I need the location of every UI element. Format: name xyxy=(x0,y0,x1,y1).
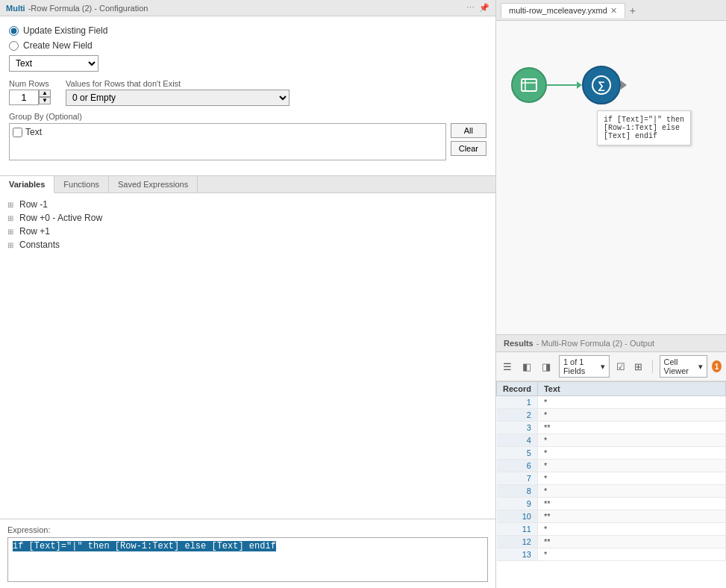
expression-label: Expression: xyxy=(7,525,488,534)
table-row: 10 ** xyxy=(497,510,726,523)
check-icon-btn[interactable]: ☑ xyxy=(614,358,628,375)
table-row: 13 * xyxy=(497,548,726,561)
create-new-radio[interactable] xyxy=(9,41,19,51)
record-num: 6 xyxy=(497,460,538,472)
values-label: Values for Rows that don't Exist xyxy=(66,79,486,88)
record-text: * xyxy=(537,523,725,536)
record-num: 4 xyxy=(497,434,538,447)
record-num: 3 xyxy=(497,422,538,434)
expression-section: Expression: if [Text]="|" then [Row-1:Te… xyxy=(0,519,495,588)
clear-button[interactable]: Clear xyxy=(451,141,486,156)
fields-count: 1 of 1 Fields xyxy=(563,357,598,375)
tree-label-row-plus1: Row +1 xyxy=(19,226,50,237)
update-existing-radio[interactable] xyxy=(9,26,19,36)
table-row: 6 * xyxy=(497,460,726,472)
num-rows-input[interactable]: 1 xyxy=(9,90,39,105)
record-text: * xyxy=(537,434,725,447)
record-num: 9 xyxy=(497,498,538,510)
spinner-up[interactable]: ▲ xyxy=(39,90,51,97)
fields-dropdown[interactable]: 1 of 1 Fields ▾ xyxy=(559,355,610,378)
update-existing-label: Update Existing Field xyxy=(23,25,107,36)
record-text: * xyxy=(537,485,725,498)
tree-label-row-active: Row +0 - Active Row xyxy=(19,213,102,223)
num-rows-label: Num Rows xyxy=(9,79,51,88)
add-tab-button[interactable]: + xyxy=(625,3,640,18)
record-num: 5 xyxy=(497,447,538,460)
num-rows-section: Num Rows 1 ▲ ▼ Values for Rows that don'… xyxy=(9,79,486,106)
sidebar-right-icon[interactable]: ◨ xyxy=(538,358,554,375)
node-tooltip: if [Text]="|" then [Row-1:Text] else [Te… xyxy=(597,110,691,146)
results-header: Results - Multi-Row Formula (2) - Output xyxy=(496,335,726,352)
col-record: Record xyxy=(497,382,538,396)
menu-icon-btn[interactable]: ☰ xyxy=(501,358,514,375)
create-new-label: Create New Field xyxy=(23,40,93,51)
svg-text:∑: ∑ xyxy=(598,79,605,92)
title-multi: Multi xyxy=(6,4,25,13)
group-by-label: Group By (Optional) xyxy=(9,112,486,121)
record-num: 13 xyxy=(497,548,538,561)
group-by-section: Group By (Optional) Text All Clear xyxy=(9,112,486,160)
table-row: 11 * xyxy=(497,523,726,536)
record-text: * xyxy=(537,460,725,472)
group-by-checkbox[interactable] xyxy=(13,128,22,137)
record-num: 8 xyxy=(497,485,538,498)
record-text: ** xyxy=(537,536,725,548)
input-node-icon xyxy=(511,67,547,103)
tree-item-row-plus1[interactable]: ⊞ Row +1 xyxy=(4,225,491,238)
values-dropdown[interactable]: 0 or EmptyNullEmpty String xyxy=(66,90,290,106)
record-num: 12 xyxy=(497,536,538,548)
viewer-dropdown-arrow: ▾ xyxy=(698,362,703,372)
table-row: 3 ** xyxy=(497,422,726,434)
tree-item-row-minus1[interactable]: ⊞ Row -1 xyxy=(4,198,491,211)
formula-node[interactable]: ∑ if [Text]="|" then [Row-1:Text] else [… xyxy=(582,66,621,104)
spinner-down[interactable]: ▼ xyxy=(39,97,51,104)
fields-dropdown-arrow: ▾ xyxy=(601,362,605,372)
tree-item-row-active[interactable]: ⊞ Row +0 - Active Row xyxy=(4,211,491,225)
sidebar-left-icon[interactable]: ◧ xyxy=(519,358,535,375)
record-num: 2 xyxy=(497,409,538,422)
col-text: Text xyxy=(537,382,725,396)
tree-label-row-minus1: Row -1 xyxy=(19,199,48,210)
title-bar: Multi -Row Formula (2) - Configuration ⋯… xyxy=(0,0,495,16)
input-node[interactable] xyxy=(511,67,547,103)
all-button[interactable]: All xyxy=(451,123,486,138)
orange-badge: 1 xyxy=(712,360,722,372)
tab-saved-expressions[interactable]: Saved Expressions xyxy=(109,176,198,193)
table-icon-btn[interactable]: ⊞ xyxy=(632,358,645,375)
field-select-row: Text xyxy=(9,55,486,72)
tab-variables[interactable]: Variables xyxy=(0,176,54,193)
file-tab-name: multi-row_mceleavey.yxmd xyxy=(509,6,607,15)
record-text: ** xyxy=(537,498,725,510)
record-text: ** xyxy=(537,510,725,523)
file-tab-bar: multi-row_mceleavey.yxmd ✕ + xyxy=(496,0,726,21)
record-num: 1 xyxy=(497,396,538,409)
tree-item-constants[interactable]: ⊞ Constants xyxy=(4,238,491,251)
tree-label-constants: Constants xyxy=(19,240,60,250)
title-rest: -Row Formula (2) - Configuration xyxy=(28,4,148,13)
results-title: Results xyxy=(504,339,533,348)
create-new-row: Create New Field xyxy=(9,40,486,51)
record-text: * xyxy=(537,396,725,409)
record-text: ** xyxy=(537,422,725,434)
canvas-area: ∑ if [Text]="|" then [Row-1:Text] else [… xyxy=(496,21,726,334)
expander-row-active: ⊞ xyxy=(7,214,16,222)
ellipsis-icon[interactable]: ⋯ xyxy=(466,3,475,13)
tree-panel: ⊞ Row -1 ⊞ Row +0 - Active Row ⊞ Row +1 … xyxy=(0,193,495,387)
table-row: 5 * xyxy=(497,447,726,460)
table-row: 7 * xyxy=(497,472,726,485)
group-by-list: Text xyxy=(9,123,446,160)
table-row: 12 ** xyxy=(497,536,726,548)
record-num: 10 xyxy=(497,510,538,523)
results-table: Record Text 1 * 2 * 3 ** 4 * 5 * 6 * xyxy=(496,381,726,588)
file-tab[interactable]: multi-row_mceleavey.yxmd ✕ xyxy=(501,3,625,18)
results-toolbar: ☰ ◧ ◨ 1 of 1 Fields ▾ ☑ ⊞ Cell Viewer ▾ xyxy=(496,352,726,381)
expression-box[interactable]: if [Text]="|" then [Row-1:Text] else [Te… xyxy=(7,537,488,582)
record-num: 11 xyxy=(497,523,538,536)
expression-selected-text: if [Text]="|" then [Row-1:Text] else [Te… xyxy=(13,541,276,551)
svg-rect-0 xyxy=(522,79,536,91)
viewer-dropdown[interactable]: Cell Viewer ▾ xyxy=(660,355,707,378)
field-select[interactable]: Text xyxy=(9,55,98,72)
close-icon[interactable]: ✕ xyxy=(610,6,617,16)
tab-functions[interactable]: Functions xyxy=(54,176,109,193)
pin-icon[interactable]: 📌 xyxy=(479,3,489,13)
